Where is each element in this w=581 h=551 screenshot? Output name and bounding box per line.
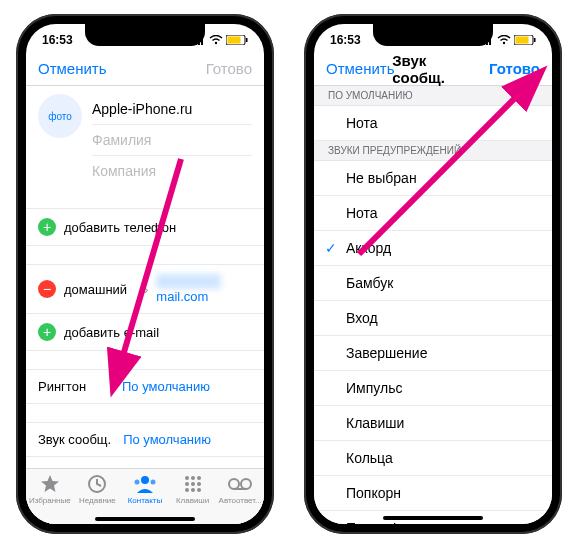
cancel-button[interactable]: Отменить (326, 60, 392, 77)
tab-keypad[interactable]: Клавиши (169, 473, 217, 505)
tab-label: Недавние (79, 496, 116, 505)
last-name-field[interactable]: Фамилия (92, 125, 252, 156)
keypad-icon (182, 473, 204, 495)
svg-point-16 (191, 482, 195, 486)
first-name-field[interactable]: Apple-iPhone.ru (92, 94, 252, 125)
sound-list-content: ПО УМОЛЧАНИЮ Нота ЗВУКИ ПРЕДУПРЕЖДЕНИЙ Н… (314, 86, 552, 524)
home-indicator (95, 517, 195, 521)
add-photo-button[interactable]: фото (38, 94, 82, 138)
svg-point-17 (197, 482, 201, 486)
minus-icon: − (38, 280, 56, 298)
email-value: xxxxxxxxxxmail.com (156, 274, 252, 304)
sound-row[interactable]: Вход (314, 301, 552, 336)
tab-favorites[interactable]: Избранные (26, 473, 74, 505)
svg-point-22 (241, 479, 251, 489)
sound-row[interactable]: Бамбук (314, 266, 552, 301)
contacts-icon (133, 473, 157, 495)
svg-point-11 (150, 480, 155, 485)
tab-voicemail[interactable]: Автоответ... (216, 473, 264, 505)
svg-point-19 (191, 488, 195, 492)
ringtone-label: Рингтон (38, 379, 110, 394)
status-time: 16:53 (330, 33, 361, 47)
svg-point-10 (134, 480, 139, 485)
battery-icon (514, 35, 536, 45)
company-field[interactable]: Компания (92, 156, 252, 186)
ringtone-value: По умолчанию (122, 379, 210, 394)
add-phone-row[interactable]: + добавить телефон (26, 208, 264, 246)
svg-point-29 (503, 42, 505, 44)
wifi-icon (209, 35, 223, 45)
status-time: 16:53 (42, 33, 73, 47)
tab-label: Клавиши (176, 496, 209, 505)
sound-row[interactable]: Попкорн (314, 476, 552, 511)
svg-rect-32 (534, 38, 536, 42)
tab-label: Автоответ... (219, 496, 262, 505)
sound-row[interactable]: Клавиши (314, 406, 552, 441)
svg-point-12 (185, 476, 189, 480)
star-icon (39, 473, 61, 495)
svg-point-18 (185, 488, 189, 492)
done-button[interactable]: Готово (192, 60, 252, 77)
cancel-button[interactable]: Отменить (38, 60, 107, 77)
tab-bar: Избранные Недавние Контакты (26, 468, 264, 524)
svg-point-20 (197, 488, 201, 492)
sound-row[interactable]: Аккорд (314, 231, 552, 266)
svg-rect-6 (228, 37, 241, 44)
voicemail-icon (227, 473, 253, 495)
section-alerts-header: ЗВУКИ ПРЕДУПРЕЖДЕНИЙ (314, 141, 552, 161)
svg-rect-7 (246, 38, 248, 42)
sound-row-default[interactable]: Нота (314, 106, 552, 141)
contact-edit-content: фото Apple-iPhone.ru Фамилия Компания + … (26, 86, 264, 524)
tab-label: Контакты (128, 496, 163, 505)
svg-point-15 (185, 482, 189, 486)
nav-bar: Отменить Готово (26, 52, 264, 86)
home-indicator (383, 516, 483, 520)
notch (373, 24, 493, 46)
wifi-icon (497, 35, 511, 45)
add-email-label: добавить e-mail (64, 325, 159, 340)
sound-row[interactable]: Кольца (314, 441, 552, 476)
email-label: домашний (64, 282, 136, 297)
add-phone-label: добавить телефон (64, 220, 176, 235)
email-row[interactable]: − домашний › xxxxxxxxxxmail.com (26, 264, 264, 313)
nav-title: Звук сообщ. (392, 52, 480, 86)
notch (85, 24, 205, 46)
ringtone-row[interactable]: Рингтон По умолчанию (26, 369, 264, 404)
tab-label: Избранные (29, 496, 71, 505)
svg-point-9 (141, 476, 149, 484)
sound-row[interactable]: Не выбран (314, 161, 552, 196)
plus-icon: + (38, 218, 56, 236)
text-tone-label: Звук сообщ. (38, 432, 111, 447)
clock-icon (86, 473, 108, 495)
phone-right: 16:53 Отменить Звук сообщ. Готово ПО УМО… (304, 14, 562, 534)
sound-row[interactable]: Нота (314, 196, 552, 231)
svg-point-4 (215, 42, 217, 44)
tab-recents[interactable]: Недавние (74, 473, 122, 505)
add-email-row[interactable]: + добавить e-mail (26, 313, 264, 351)
section-default-header: ПО УМОЛЧАНИЮ (314, 86, 552, 106)
done-button[interactable]: Готово (480, 60, 540, 77)
phone-left: 16:53 Отменить Готово фото Apple-iPhone.… (16, 14, 274, 534)
tab-contacts[interactable]: Контакты (121, 473, 169, 505)
svg-point-14 (197, 476, 201, 480)
plus-icon: + (38, 323, 56, 341)
sound-row[interactable]: Завершение (314, 336, 552, 371)
battery-icon (226, 35, 248, 45)
text-tone-row[interactable]: Звук сообщ. По умолчанию (26, 422, 264, 457)
nav-bar: Отменить Звук сообщ. Готово (314, 52, 552, 86)
svg-rect-31 (516, 37, 529, 44)
svg-point-21 (229, 479, 239, 489)
sound-row[interactable]: Импульс (314, 371, 552, 406)
svg-point-13 (191, 476, 195, 480)
text-tone-value: По умолчанию (123, 432, 211, 447)
